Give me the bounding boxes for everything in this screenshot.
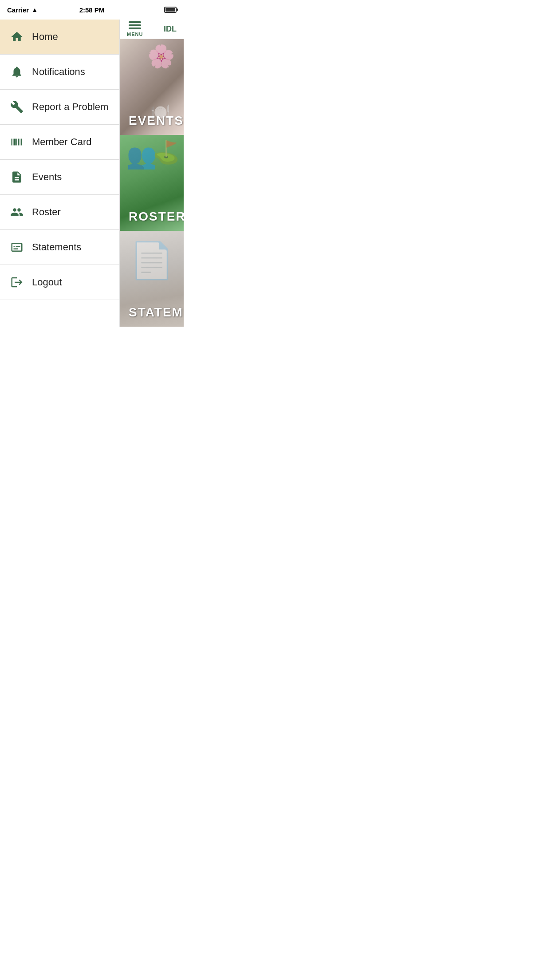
right-panel: MENU IDL EVENTS ROSTER STATEMENTS bbox=[120, 20, 184, 327]
battery-icon bbox=[164, 7, 177, 13]
menu-button[interactable]: MENU bbox=[127, 21, 143, 37]
sidebar-item-events-label: Events bbox=[32, 171, 62, 183]
status-time: 2:58 PM bbox=[79, 6, 105, 14]
idu-label: IDL bbox=[164, 24, 177, 34]
menu-bar-2 bbox=[129, 24, 141, 26]
status-left: Carrier ▲ bbox=[7, 6, 38, 14]
sidebar-item-notifications[interactable]: Notifications bbox=[0, 55, 119, 90]
sidebar-item-home[interactable]: Home bbox=[0, 20, 119, 55]
tile-roster[interactable]: ROSTER bbox=[120, 135, 184, 231]
menu-label: MENU bbox=[127, 32, 143, 37]
wrench-icon bbox=[9, 100, 25, 114]
tile-events[interactable]: EVENTS bbox=[120, 39, 184, 135]
barcode-icon bbox=[9, 135, 25, 149]
statements-icon bbox=[9, 241, 25, 254]
right-header: MENU IDL bbox=[120, 20, 184, 39]
sidebar-item-report-problem[interactable]: Report a Problem bbox=[0, 90, 119, 125]
sidebar-item-statements-label: Statements bbox=[32, 241, 81, 253]
tiles-container: EVENTS ROSTER STATEMENTS bbox=[120, 39, 184, 327]
tile-roster-label: ROSTER bbox=[129, 209, 184, 224]
status-bar: Carrier ▲ 2:58 PM bbox=[0, 0, 184, 20]
sidebar-item-events[interactable]: Events bbox=[0, 160, 119, 195]
sidebar-item-statements[interactable]: Statements bbox=[0, 230, 119, 265]
sidebar-item-roster[interactable]: Roster bbox=[0, 195, 119, 230]
tile-statements-label: STATEMENTS bbox=[129, 305, 184, 320]
document-icon bbox=[9, 170, 25, 184]
sidebar-item-logout[interactable]: Logout bbox=[0, 265, 119, 300]
app-container: Home Notifications Report a Problem bbox=[0, 20, 184, 327]
sidebar: Home Notifications Report a Problem bbox=[0, 20, 120, 327]
sidebar-item-home-label: Home bbox=[32, 31, 58, 43]
wifi-icon: ▲ bbox=[31, 6, 38, 13]
sidebar-item-report-problem-label: Report a Problem bbox=[32, 101, 108, 113]
logout-icon bbox=[9, 276, 25, 289]
status-right bbox=[164, 7, 177, 13]
carrier-label: Carrier bbox=[7, 6, 29, 14]
people-icon bbox=[9, 205, 25, 219]
sidebar-item-roster-label: Roster bbox=[32, 206, 61, 218]
menu-bar-1 bbox=[129, 21, 141, 23]
sidebar-item-logout-label: Logout bbox=[32, 277, 62, 288]
menu-bar-3 bbox=[129, 28, 141, 29]
bell-icon bbox=[9, 65, 25, 79]
sidebar-item-member-card[interactable]: Member Card bbox=[0, 125, 119, 160]
sidebar-item-notifications-label: Notifications bbox=[32, 66, 85, 78]
sidebar-item-member-card-label: Member Card bbox=[32, 136, 91, 148]
home-icon bbox=[9, 30, 25, 43]
tile-events-label: EVENTS bbox=[129, 114, 184, 128]
tile-statements[interactable]: STATEMENTS bbox=[120, 231, 184, 327]
